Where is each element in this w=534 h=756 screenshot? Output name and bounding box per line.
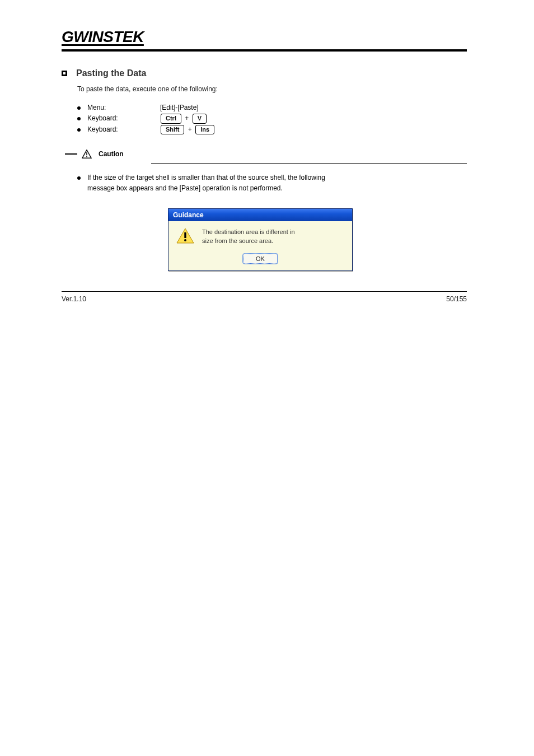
- bullet-icon: [77, 128, 81, 132]
- plus-sign: +: [185, 114, 189, 122]
- dialog-warning-icon: [176, 228, 194, 244]
- caution-label: Caution: [99, 150, 124, 158]
- caution-note-line1: If the size of the target shell is small…: [87, 174, 325, 181]
- plus-sign: +: [188, 125, 192, 133]
- bullet-label: Keyboard:: [87, 113, 160, 124]
- bullet-icon: [77, 176, 81, 180]
- dialog-message: The destination area is different in siz…: [202, 228, 295, 245]
- ok-button[interactable]: OK: [243, 254, 278, 264]
- dialog-screenshot: Guidance The destination area is differe…: [168, 208, 467, 271]
- guidance-dialog: Guidance The destination area is differe…: [168, 208, 353, 271]
- key-ins: Ins: [195, 125, 214, 134]
- brand-logo: GWINSTEK: [62, 28, 144, 45]
- bullet-menu: Menu: [Edit]-[Paste]: [77, 102, 467, 113]
- bullet-icon: [77, 117, 81, 120]
- section-title: Pasting the Data: [76, 68, 146, 78]
- caution-note-line2: message box appears and the [Paste] oper…: [87, 184, 283, 192]
- menu-path: [Edit]-[Paste]: [160, 102, 199, 113]
- warning-triangle-icon: [82, 150, 92, 158]
- footer-rule: [62, 291, 467, 292]
- section-lead: To paste the data, execute one of the fo…: [77, 84, 467, 95]
- caution-heading: Caution: [65, 150, 467, 158]
- footer-version: Ver.1.10: [62, 295, 86, 303]
- footer-page: 50/155: [446, 295, 467, 303]
- dialog-message-line2: size from the source area.: [202, 237, 273, 244]
- caution-note: If the size of the target shell is small…: [77, 172, 467, 194]
- bullet-kbd-shift-ins: Keyboard: Shift + Ins: [77, 124, 467, 135]
- header-rule: [62, 49, 467, 52]
- square-bullet-icon: [62, 71, 67, 76]
- svg-point-5: [184, 239, 186, 241]
- key-ctrl: Ctrl: [161, 114, 181, 123]
- dialog-titlebar: Guidance: [168, 209, 352, 221]
- section-heading-row: Pasting the Data: [62, 68, 467, 78]
- bullet-label: Menu:: [87, 102, 160, 113]
- page-footer: Ver.1.10 50/155: [62, 295, 467, 303]
- svg-point-2: [86, 156, 87, 157]
- bullet-label: Keyboard:: [87, 124, 160, 135]
- page-header: GWINSTEK: [62, 28, 467, 48]
- bullet-kbd-ctrl-v: Keyboard: Ctrl + V: [77, 113, 467, 124]
- key-shift: Shift: [161, 125, 184, 134]
- svg-rect-4: [184, 232, 186, 238]
- key-v: V: [193, 114, 207, 123]
- caution-rule: [151, 163, 467, 164]
- dialog-message-line1: The destination area is different in: [202, 228, 295, 235]
- caution-line-icon: [65, 153, 77, 155]
- bullet-icon: [77, 106, 81, 110]
